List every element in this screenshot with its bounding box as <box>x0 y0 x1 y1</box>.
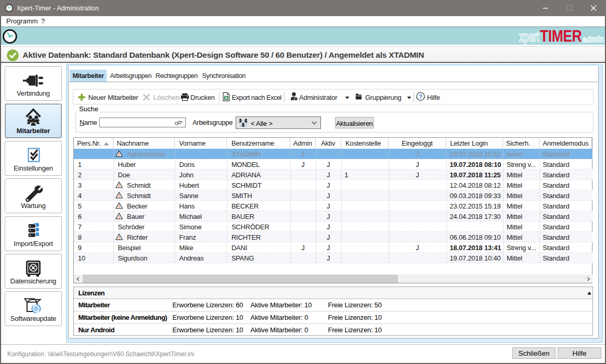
svg-text:?: ? <box>419 94 422 100</box>
